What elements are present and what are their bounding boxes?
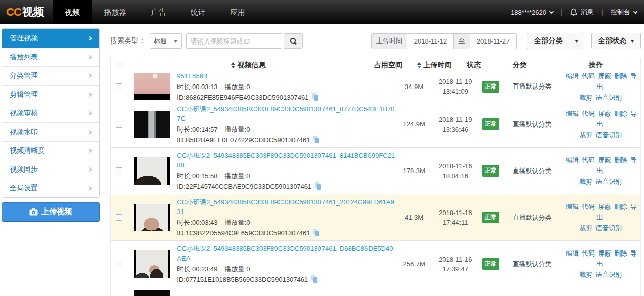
sort-icon[interactable]: [417, 62, 421, 68]
sort-icon[interactable]: [231, 62, 235, 68]
sidebar-item-video-sync[interactable]: 视频同步: [2, 160, 99, 179]
nav-item-ads[interactable]: 广告: [139, 0, 178, 24]
video-thumbnail[interactable]: [134, 204, 170, 231]
delete-link[interactable]: 删除: [614, 72, 627, 80]
block-link[interactable]: 屏蔽: [598, 72, 611, 80]
header-category: 分类: [488, 61, 551, 70]
nav-item-stats[interactable]: 统计: [178, 0, 218, 24]
copy-icon[interactable]: [311, 275, 319, 283]
edit-link[interactable]: 编辑: [566, 110, 579, 117]
edit-link[interactable]: 编辑: [566, 203, 579, 210]
sidebar-item-label: 视频清晰度: [10, 146, 45, 155]
speech-recognition-link[interactable]: 语音识别: [595, 94, 622, 101]
video-thumbnail[interactable]: [134, 290, 170, 296]
search-type-label: 搜索类型：: [110, 36, 146, 46]
block-link[interactable]: 屏蔽: [598, 203, 611, 210]
search-button[interactable]: [284, 33, 303, 49]
delete-link[interactable]: 删除: [614, 156, 627, 164]
chevron-right-icon: [88, 36, 92, 40]
delete-link[interactable]: 删除: [614, 249, 627, 257]
status-filter-button[interactable]: 全部状态: [591, 33, 641, 49]
toolbar-right: 上传时间 至 全部分类 全部状态: [371, 33, 641, 49]
sidebar-item-manage-videos[interactable]: 管理视频: [2, 29, 99, 48]
date-from-input[interactable]: [407, 33, 454, 49]
trim-link[interactable]: 裁剪: [579, 94, 592, 101]
sidebar-item-label: 分类管理: [10, 71, 38, 80]
search-input[interactable]: [186, 33, 282, 49]
code-link[interactable]: 代码: [582, 249, 595, 257]
sidebar-item-video-quality[interactable]: 视频清晰度: [2, 141, 99, 160]
row-checkbox[interactable]: [116, 214, 122, 221]
video-thumbnail[interactable]: [134, 157, 170, 185]
nav-item-video[interactable]: 视频: [53, 0, 92, 24]
sidebar-item-watermark[interactable]: 视频水印: [2, 122, 99, 141]
edit-link[interactable]: 编辑: [566, 156, 579, 164]
speech-recognition-link[interactable]: 语音识别: [595, 271, 622, 278]
video-thumbnail[interactable]: [134, 73, 170, 100]
delete-link[interactable]: 删除: [614, 110, 627, 117]
code-link[interactable]: 代码: [582, 72, 595, 80]
search-type-select[interactable]: 标题: [150, 33, 182, 49]
video-title-link[interactable]: CC小班课2_549348385BC303F89C33DC5901307461_…: [177, 244, 395, 263]
block-link[interactable]: 屏蔽: [598, 110, 611, 117]
video-title-link[interactable]: 951F556B: [177, 72, 395, 81]
code-link[interactable]: 代码: [582, 110, 595, 117]
code-link[interactable]: 代码: [582, 203, 595, 210]
speech-recognition-link[interactable]: 语音识别: [595, 131, 622, 139]
category-filter-caret[interactable]: [570, 33, 583, 49]
sidebar-item-global-settings[interactable]: 全局设置: [2, 179, 99, 197]
cc-video-logo[interactable]: CC 视频: [0, 0, 53, 24]
video-title-link[interactable]: CC小班课2_549348385BC303F89C33DC5901307461_…: [177, 197, 395, 217]
status-badge: 正常: [482, 81, 499, 93]
sidebar-item-label: 剪辑管理: [10, 90, 38, 99]
video-category: 直播默认分类: [503, 213, 561, 222]
header-video-info[interactable]: 视频信息: [129, 61, 367, 70]
sidebar-item-categories[interactable]: 分类管理: [2, 66, 99, 85]
video-upload-time: 2018-11-1617:44:11: [433, 208, 478, 227]
row-checkbox[interactable]: [116, 83, 122, 90]
copy-icon[interactable]: [313, 229, 321, 237]
messages-link[interactable]: 消息: [570, 8, 594, 17]
category-filter-button[interactable]: 全部分类: [527, 33, 570, 49]
edit-link[interactable]: 编辑: [566, 249, 579, 257]
block-link[interactable]: 屏蔽: [598, 156, 611, 164]
upload-video-button[interactable]: 上传视频: [2, 202, 100, 222]
video-size: 256.7M: [395, 260, 433, 268]
trim-link[interactable]: 裁剪: [579, 178, 592, 185]
row-checkbox[interactable]: [116, 261, 122, 267]
status-badge: 正常: [482, 118, 499, 130]
copy-icon[interactable]: [313, 136, 321, 144]
speech-recognition-link[interactable]: 语音识别: [595, 224, 622, 232]
delete-link[interactable]: 删除: [614, 203, 627, 210]
video-title-link[interactable]: CC小班课2_549348385BC303F89C33DC5901307461_…: [177, 151, 395, 170]
to-label: 至: [454, 33, 470, 49]
sidebar-item-clip-manage[interactable]: 剪辑管理: [2, 85, 99, 104]
header-upload-time[interactable]: 上传时间: [409, 60, 459, 70]
console-menu[interactable]: 控制台: [611, 8, 637, 17]
row-checkbox[interactable]: [116, 121, 122, 128]
speech-recognition-link[interactable]: 语音识别: [595, 178, 622, 185]
trim-link[interactable]: 裁剪: [579, 131, 592, 139]
account-menu[interactable]: 188****2620: [511, 9, 553, 16]
sidebar-item-playlists[interactable]: 播放列表: [2, 48, 99, 66]
video-thumbnail[interactable]: [134, 111, 170, 138]
edit-link[interactable]: 编辑: [566, 72, 579, 80]
video-thumbnail[interactable]: [134, 250, 170, 278]
video-management-page: CC 视频 视频 播放器 广告 统计 应用 188****2620 消息: [0, 0, 644, 296]
nav-item-player[interactable]: 播放器: [92, 0, 139, 24]
date-to-input[interactable]: [470, 33, 517, 49]
code-link[interactable]: 代码: [582, 156, 595, 164]
video-title-link[interactable]: CC小班课2_549348385BC303F89C33DC5901307461_…: [177, 104, 395, 123]
select-all-checkbox[interactable]: [117, 62, 123, 68]
copy-icon[interactable]: [312, 93, 320, 101]
block-link[interactable]: 屏蔽: [598, 249, 611, 257]
chevron-right-icon: [88, 55, 92, 59]
trim-link[interactable]: 裁剪: [579, 271, 592, 278]
table-row: CC小班课2_549348385BC303F89C33DC5901307461_…: [111, 101, 640, 148]
trim-link[interactable]: 裁剪: [579, 224, 592, 232]
nav-item-apps[interactable]: 应用: [218, 0, 257, 24]
copy-icon[interactable]: [315, 182, 323, 190]
video-upload-time: 2018-11-1913:36:46: [433, 115, 478, 134]
sidebar-item-video-review[interactable]: 视频审核: [2, 104, 99, 122]
row-checkbox[interactable]: [116, 167, 122, 174]
